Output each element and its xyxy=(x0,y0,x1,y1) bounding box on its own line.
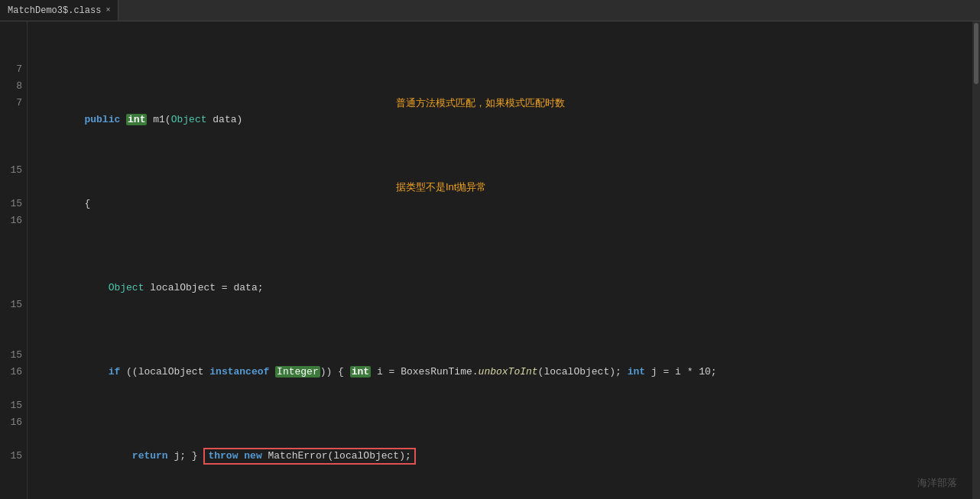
code-line-1: public int m1(Object data) 普通方法模式匹配，如果模式… xyxy=(37,95,972,112)
code-content: public int m1(Object data) 普通方法模式匹配，如果模式… xyxy=(28,21,972,499)
code-line-3: Object localObject = data; xyxy=(37,263,972,280)
scrollbar-thumb[interactable] xyxy=(974,23,978,84)
tab-label: MatchDemo3$.class xyxy=(8,5,101,16)
code-line-5: return j; } throw new MatchError(localOb… xyxy=(37,431,972,448)
watermark: 海洋部落 xyxy=(917,475,957,491)
tab-close-icon[interactable]: × xyxy=(105,6,110,15)
tab-matchdemo[interactable]: MatchDemo3$.class × xyxy=(0,0,118,21)
code-line-2: { 据类型不是Int抛异常 xyxy=(37,179,972,196)
annotation1-line1: 普通方法模式匹配，如果模式匹配时数 xyxy=(396,95,565,112)
line-numbers: 7 8 7 15 15 16 15 15 16 15 16 15 xyxy=(0,21,28,499)
annotation1-line2: 据类型不是Int抛异常 xyxy=(396,179,486,196)
editor-area: 7 8 7 15 15 16 15 15 16 15 16 15 xyxy=(0,21,980,499)
tab-bar: MatchDemo3$.class × xyxy=(0,0,980,21)
code-line-4: if ((localObject instanceof Integer)) { … xyxy=(37,347,972,364)
window: MatchDemo3$.class × 7 8 7 15 15 16 15 xyxy=(0,0,980,499)
scrollbar[interactable] xyxy=(972,21,980,499)
